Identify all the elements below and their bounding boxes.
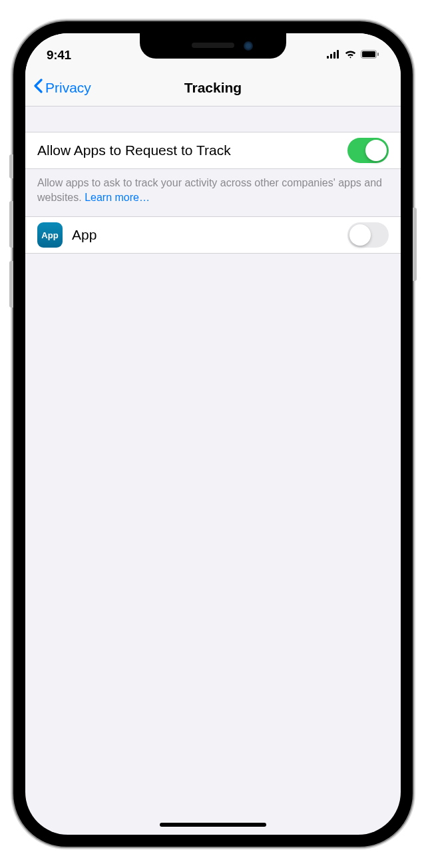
allow-tracking-toggle[interactable] <box>347 138 389 163</box>
back-button[interactable]: Privacy <box>33 79 91 97</box>
svg-rect-1 <box>330 54 332 59</box>
app-icon: App <box>37 222 63 248</box>
toggle-thumb <box>349 224 371 246</box>
section-footer: Allow apps to ask to track your activity… <box>25 169 401 211</box>
learn-more-link[interactable]: Learn more… <box>85 192 150 203</box>
side-button <box>413 208 417 281</box>
wifi-icon <box>344 49 357 61</box>
app-name-label: App <box>72 227 347 243</box>
ring-silent-switch <box>9 154 13 178</box>
front-camera <box>244 41 253 51</box>
notch <box>140 33 286 59</box>
app-tracking-toggle[interactable] <box>347 222 389 248</box>
volume-down-button <box>9 261 13 308</box>
allow-tracking-label: Allow Apps to Request to Track <box>37 142 347 158</box>
page-title: Tracking <box>184 80 242 96</box>
toggle-thumb <box>365 140 387 161</box>
speaker-grille <box>192 43 234 48</box>
chevron-left-icon <box>33 79 43 97</box>
svg-rect-2 <box>333 52 335 59</box>
status-time: 9:41 <box>47 48 71 63</box>
allow-tracking-row: Allow Apps to Request to Track <box>25 132 401 169</box>
svg-rect-0 <box>327 56 329 59</box>
home-indicator[interactable] <box>160 823 266 827</box>
screen: 9:41 Privacy Tracking <box>25 33 401 835</box>
cellular-icon <box>327 49 340 61</box>
app-tracking-row: App App <box>25 216 401 254</box>
battery-icon <box>361 49 379 61</box>
phone-frame: 9:41 Privacy Tracking <box>13 21 413 847</box>
svg-rect-3 <box>337 50 339 59</box>
volume-up-button <box>9 201 13 248</box>
nav-bar: Privacy Tracking <box>25 69 401 107</box>
app-icon-text: App <box>41 230 58 240</box>
settings-content: Allow Apps to Request to Track Allow app… <box>25 107 401 254</box>
svg-rect-5 <box>362 51 375 57</box>
back-label: Privacy <box>45 80 91 96</box>
svg-rect-6 <box>377 53 379 56</box>
